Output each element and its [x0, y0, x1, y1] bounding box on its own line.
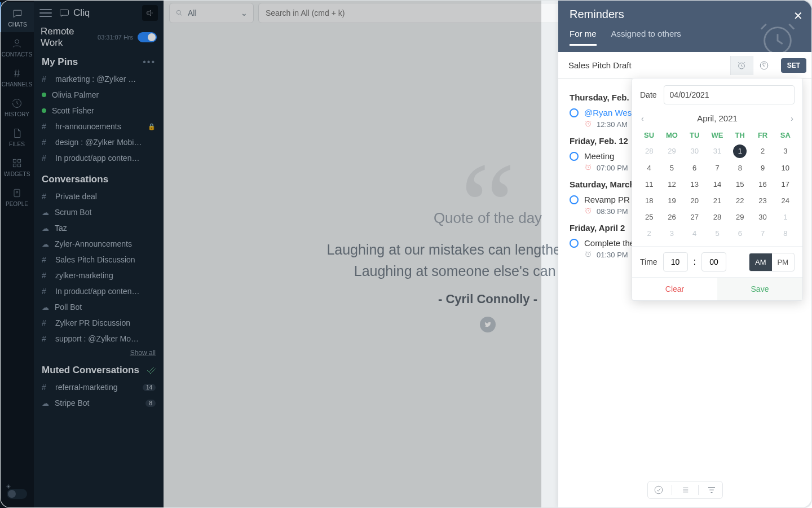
panel-footer-toolbar	[647, 481, 723, 499]
reminder-text: @Ryan West	[584, 108, 634, 117]
clock-icon	[584, 250, 592, 260]
date-input[interactable]	[664, 85, 795, 104]
reminder-text: Revamp PR	[584, 195, 630, 204]
calendar-day[interactable]: 8	[774, 225, 797, 242]
calendar-day[interactable]: 18	[638, 192, 660, 209]
calendar-day[interactable]: 6	[729, 225, 751, 242]
day-header: MO	[660, 128, 683, 143]
calendar-day[interactable]: 26	[660, 209, 683, 225]
calendar-day[interactable]: 3	[774, 143, 797, 160]
day-header: SA	[774, 128, 797, 143]
completed-view-button[interactable]	[654, 485, 664, 495]
calendar-day[interactable]: 19	[660, 192, 683, 209]
calendar-day[interactable]: 7	[751, 225, 774, 242]
calendar-day[interactable]: 10	[774, 160, 797, 176]
calendar-day[interactable]: 30	[683, 143, 706, 160]
calendar-day[interactable]: 24	[774, 192, 797, 209]
day-header: TU	[683, 128, 706, 143]
calendar-day[interactable]: 30	[751, 209, 774, 225]
calendar-day[interactable]: 29	[660, 143, 683, 160]
calendar-day[interactable]: 31	[706, 143, 729, 160]
next-month-button[interactable]: ›	[791, 114, 793, 123]
reminder-time: 07:00 PM	[597, 164, 628, 172]
modal-backdrop	[0, 0, 541, 508]
minute-input[interactable]	[701, 252, 726, 271]
list-view-button[interactable]	[680, 485, 690, 495]
calendar-day[interactable]: 7	[706, 160, 729, 176]
save-button[interactable]: Save	[717, 278, 802, 300]
ampm-toggle: AM PM	[749, 253, 795, 271]
prev-month-button[interactable]: ‹	[641, 114, 644, 123]
calendar-day[interactable]: 1	[774, 209, 797, 225]
calendar-day[interactable]: 22	[729, 192, 751, 209]
time-label: Time	[640, 257, 657, 266]
reminders-panel: Reminders ✕ For me Assigned to others SE…	[558, 0, 812, 508]
calendar-day[interactable]: 21	[706, 192, 729, 209]
calendar-day[interactable]: 29	[729, 209, 751, 225]
clear-button[interactable]: Clear	[632, 278, 717, 300]
alarm-decorative-icon	[758, 19, 797, 61]
calendar-day[interactable]: 23	[751, 192, 774, 209]
calendar-day[interactable]: 20	[683, 192, 706, 209]
calendar-day[interactable]: 17	[774, 176, 797, 192]
reminder-time: 08:30 PM	[597, 207, 628, 216]
reminder-time: 12:30 AM	[597, 120, 628, 129]
calendar-day[interactable]: 11	[638, 176, 660, 192]
calendar-day[interactable]: 16	[751, 176, 774, 192]
calendar-day[interactable]: 13	[683, 176, 706, 192]
complete-checkbox[interactable]	[570, 108, 579, 117]
calendar-grid: SUMOTUWETHFRSA28293031123456789101112131…	[632, 128, 802, 246]
am-button[interactable]: AM	[749, 253, 772, 271]
calendar-day[interactable]: 27	[683, 209, 706, 225]
calendar-day[interactable]: 28	[638, 143, 660, 160]
date-label: Date	[640, 90, 657, 99]
reminder-time: 01:30 PM	[597, 251, 628, 259]
complete-checkbox[interactable]	[570, 195, 579, 204]
complete-checkbox[interactable]	[570, 152, 579, 161]
reminder-input[interactable]	[558, 60, 730, 70]
alarm-icon	[584, 207, 592, 216]
day-header: FR	[751, 128, 774, 143]
alarm-icon	[584, 163, 592, 173]
calendar-day[interactable]: 5	[706, 225, 729, 242]
day-header: TH	[729, 128, 751, 143]
day-header: WE	[706, 128, 729, 143]
calendar-day[interactable]: 2	[638, 225, 660, 242]
hour-input[interactable]	[663, 252, 688, 271]
pm-button[interactable]: PM	[772, 253, 795, 271]
calendar-day[interactable]: 14	[706, 176, 729, 192]
filter-button[interactable]	[707, 485, 717, 495]
calendar-day[interactable]: 28	[706, 209, 729, 225]
calendar-day[interactable]: 9	[751, 160, 774, 176]
calendar-day[interactable]: 4	[638, 160, 660, 176]
tab-for-me[interactable]: For me	[570, 29, 597, 46]
reminder-time-button[interactable]	[730, 56, 753, 75]
calendar-day[interactable]: 12	[660, 176, 683, 192]
calendar-day[interactable]: 8	[729, 160, 751, 176]
tab-assigned-to-others[interactable]: Assigned to others	[611, 29, 681, 46]
alarm-icon	[584, 120, 592, 129]
calendar-day[interactable]: 5	[660, 160, 683, 176]
complete-checkbox[interactable]	[570, 239, 579, 248]
calendar-day[interactable]: 25	[638, 209, 660, 225]
panel-header: Reminders ✕ For me Assigned to others	[558, 0, 812, 52]
day-header: SU	[638, 128, 660, 143]
calendar-day[interactable]: 3	[660, 225, 683, 242]
calendar-day[interactable]: 4	[683, 225, 706, 242]
reminder-text: Meeting	[584, 151, 614, 161]
calendar-day[interactable]: 1	[733, 144, 747, 158]
calendar-day[interactable]: 6	[683, 160, 706, 176]
calendar-day[interactable]: 15	[729, 176, 751, 192]
month-label: April, 2021	[697, 113, 738, 123]
svg-point-17	[655, 486, 663, 494]
calendar-day[interactable]: 2	[751, 143, 774, 160]
date-picker: Date ‹ April, 2021 › SUMOTUWETHFRSA28293…	[632, 78, 803, 301]
